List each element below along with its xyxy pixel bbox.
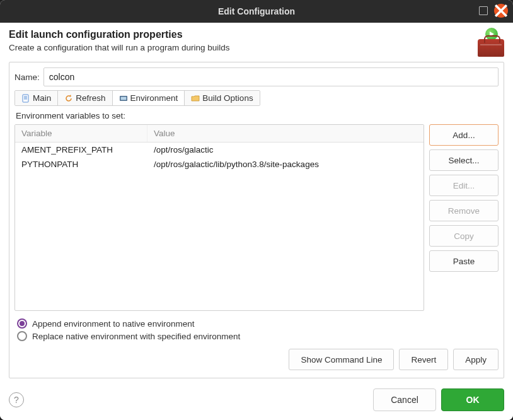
main-panel: Name: Main Refresh xyxy=(9,62,504,378)
env-section-label: Environment variables to set: xyxy=(14,110,499,120)
cell-variable: PYTHONPATH xyxy=(15,157,147,172)
svg-rect-2 xyxy=(120,96,126,100)
table-body: AMENT_PREFIX_PATH /opt/ros/galactic PYTH… xyxy=(15,143,424,310)
env-area: Variable Value AMENT_PREFIX_PATH /opt/ro… xyxy=(14,124,499,311)
footer: ? Cancel OK xyxy=(9,383,504,411)
name-input[interactable] xyxy=(43,67,499,86)
tab-main[interactable]: Main xyxy=(15,91,58,105)
edit-button[interactable]: Edit... xyxy=(429,175,499,196)
table-row[interactable]: AMENT_PREFIX_PATH /opt/ros/galactic xyxy=(15,143,424,157)
dialog-content: Edit launch configuration properties Cre… xyxy=(0,23,513,420)
cell-value: /opt/ros/galactic/lib/python3.8/site-pac… xyxy=(147,157,424,172)
tab-environment[interactable]: Environment xyxy=(113,91,185,105)
env-mode-radios: Append environment to native environment… xyxy=(14,315,499,341)
cancel-button[interactable]: Cancel xyxy=(373,388,436,411)
titlebar: Edit Configuration xyxy=(0,0,513,23)
radio-label: Replace native environment with specifie… xyxy=(32,332,240,341)
environment-icon xyxy=(119,94,128,103)
name-row: Name: xyxy=(14,67,499,86)
page-subtitle: Create a configuration that will run a p… xyxy=(9,43,229,52)
paste-button[interactable]: Paste xyxy=(429,250,499,272)
tab-label: Main xyxy=(33,93,51,103)
tab-label: Environment xyxy=(130,93,178,103)
copy-button[interactable]: Copy xyxy=(429,225,499,247)
document-icon xyxy=(21,94,30,103)
revert-button[interactable]: Revert xyxy=(399,349,448,370)
name-label: Name: xyxy=(14,73,40,82)
help-icon[interactable]: ? xyxy=(9,392,24,407)
tab-refresh[interactable]: Refresh xyxy=(58,91,112,105)
radio-append[interactable]: Append environment to native environment xyxy=(17,318,496,329)
table-header: Variable Value xyxy=(15,125,424,143)
close-icon[interactable] xyxy=(494,4,508,18)
radio-replace[interactable]: Replace native environment with specifie… xyxy=(17,331,496,341)
radio-icon xyxy=(17,331,27,341)
header: Edit launch configuration properties Cre… xyxy=(9,29,504,57)
dialog-window: Edit Configuration Edit launch configura… xyxy=(0,0,513,420)
tab-build-options[interactable]: Build Options xyxy=(185,91,259,105)
svg-rect-0 xyxy=(23,95,28,102)
show-command-line-button[interactable]: Show Command Line xyxy=(289,349,394,370)
add-button[interactable]: Add... xyxy=(429,124,499,146)
page-title: Edit launch configuration properties xyxy=(9,29,229,40)
radio-icon xyxy=(17,318,27,329)
header-icon xyxy=(471,29,504,57)
col-value[interactable]: Value xyxy=(147,125,424,142)
refresh-icon xyxy=(64,94,73,103)
folder-icon xyxy=(191,94,200,103)
cell-value: /opt/ros/galactic xyxy=(147,143,424,157)
table-row[interactable]: PYTHONPATH /opt/ros/galactic/lib/python3… xyxy=(15,157,424,172)
env-buttons: Add... Select... Edit... Remove Copy Pas… xyxy=(429,124,499,311)
cell-variable: AMENT_PREFIX_PATH xyxy=(15,143,147,157)
col-variable[interactable]: Variable xyxy=(15,125,147,142)
maximize-icon[interactable] xyxy=(479,6,488,15)
action-row: Show Command Line Revert Apply xyxy=(14,345,499,370)
tab-label: Refresh xyxy=(76,93,105,103)
header-text: Edit launch configuration properties Cre… xyxy=(9,29,229,52)
radio-label: Append environment to native environment xyxy=(32,319,194,329)
footer-buttons: Cancel OK xyxy=(373,388,504,411)
env-table[interactable]: Variable Value AMENT_PREFIX_PATH /opt/ro… xyxy=(14,124,424,311)
tab-label: Build Options xyxy=(202,93,253,103)
ok-button[interactable]: OK xyxy=(441,388,504,411)
remove-button[interactable]: Remove xyxy=(429,200,499,221)
window-controls xyxy=(479,4,508,18)
select-button[interactable]: Select... xyxy=(429,149,499,171)
apply-button[interactable]: Apply xyxy=(453,349,499,370)
tabs: Main Refresh Environment xyxy=(14,90,260,106)
window-title: Edit Configuration xyxy=(5,6,508,16)
toolbox-icon xyxy=(478,39,504,57)
